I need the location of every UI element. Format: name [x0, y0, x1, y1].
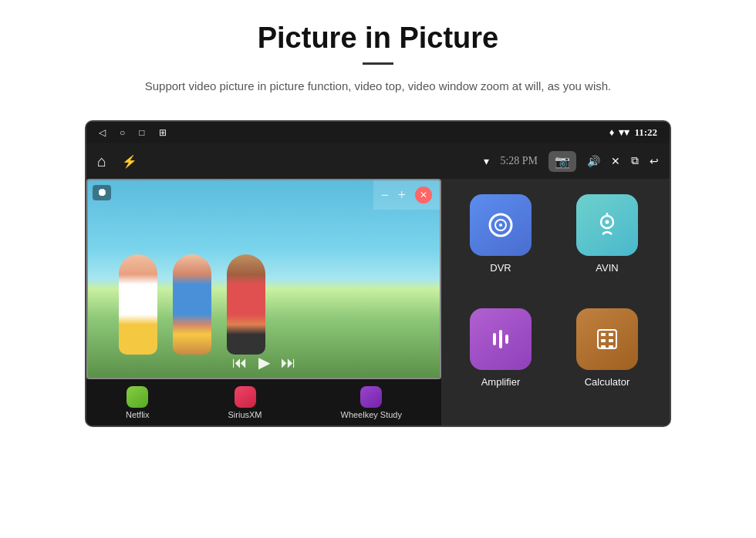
dvr-app-icon [470, 194, 532, 256]
avin-label: AVIN [596, 262, 618, 274]
app-item-calculator[interactable]: Calculator [560, 308, 654, 410]
location-icon: ♦ [609, 126, 615, 139]
person-3 [227, 254, 265, 355]
appbar-time: 5:28 PM [500, 155, 538, 167]
record-indicator: ⏺ [93, 185, 111, 200]
pip-controls: − + ✕ [373, 180, 440, 210]
pip-icon[interactable]: ⧉ [631, 155, 639, 167]
pip-playback-controls: ⏮ ▶ ⏭ [232, 353, 296, 372]
back-button[interactable]: ↩ [650, 155, 659, 168]
pip-next-button[interactable]: ⏭ [281, 354, 296, 372]
svg-rect-15 [609, 345, 613, 348]
siriusxm-icon [235, 386, 256, 408]
page-header: Picture in Picture Support video picture… [0, 0, 756, 106]
app-item-amplifier[interactable]: Amplifier [454, 308, 548, 410]
pip-play-button[interactable]: ▶ [258, 353, 270, 372]
calculator-label: Calculator [585, 376, 630, 388]
camera-button[interactable]: 📷 [548, 151, 576, 172]
usb-icon: ⚡ [122, 154, 137, 169]
calculator-app-icon [576, 308, 638, 370]
page-title: Picture in Picture [46, 22, 710, 55]
app-item-avin[interactable]: AVIN [560, 194, 654, 296]
page-subtitle: Support video picture in picture functio… [108, 77, 648, 96]
svg-rect-11 [609, 333, 613, 336]
wheelkey-label: Wheelkey Study [341, 410, 402, 419]
dvr-label: DVR [490, 262, 511, 274]
wheelkey-icon [360, 386, 382, 408]
pip-plus-button[interactable]: + [398, 187, 406, 203]
volume-icon[interactable]: 🔊 [587, 155, 600, 168]
netflix-icon [127, 386, 148, 408]
svg-rect-9 [598, 330, 616, 348]
app-grid: DVR AVIN [438, 179, 670, 425]
statusbar-left: ◁ ○ □ ⊞ [99, 127, 167, 139]
home-nav-icon[interactable]: ○ [120, 127, 125, 139]
svg-point-5 [606, 220, 609, 224]
app-bar-right: ▾ 5:28 PM 📷 🔊 ✕ ⧉ ↩ [484, 151, 659, 172]
svg-rect-14 [601, 345, 606, 348]
amplifier-label: Amplifier [481, 376, 521, 388]
person-1 [119, 254, 157, 355]
bottom-app-wheelkey[interactable]: Wheelkey Study [341, 386, 402, 419]
app-item-dvr[interactable]: DVR [454, 194, 548, 296]
bottom-apps-strip: Netflix SiriusXM Wheelkey Study [86, 379, 441, 425]
device-frame: ◁ ○ □ ⊞ ♦ ▾▾ 11:22 ⌂ ⚡ ▾ 5:28 PM 📷 🔊 ✕ ⧉… [85, 120, 671, 427]
android-statusbar: ◁ ○ □ ⊞ ♦ ▾▾ 11:22 [86, 122, 670, 143]
bottom-app-netflix[interactable]: Netflix [126, 386, 150, 419]
close-button[interactable]: ✕ [611, 155, 620, 168]
svg-point-2 [499, 224, 502, 227]
person-2 [173, 254, 211, 355]
svg-rect-10 [601, 333, 606, 336]
svg-rect-6 [493, 333, 496, 345]
status-time: 11:22 [634, 126, 657, 139]
avin-app-icon [576, 194, 638, 256]
svg-rect-13 [609, 339, 613, 342]
screenshot-icon: ⊞ [159, 127, 167, 139]
statusbar-right: ♦ ▾▾ 11:22 [609, 126, 657, 139]
netflix-label: Netflix [126, 410, 150, 419]
bottom-app-siriusxm[interactable]: SiriusXM [228, 386, 262, 419]
title-divider [363, 62, 393, 65]
home-icon[interactable]: ⌂ [97, 153, 106, 170]
pip-close-button[interactable]: ✕ [415, 187, 432, 203]
wifi-signal-icon: ▾▾ [619, 126, 629, 139]
app-bar: ⌂ ⚡ ▾ 5:28 PM 📷 🔊 ✕ ⧉ ↩ [86, 143, 670, 179]
pip-prev-button[interactable]: ⏮ [232, 354, 248, 372]
pip-scene [88, 180, 440, 378]
pip-video: ⏺ − + ✕ ⏮ ▶ ⏭ [88, 180, 440, 378]
recents-nav-icon[interactable]: □ [139, 127, 144, 139]
svg-rect-8 [505, 335, 508, 344]
pip-people [119, 254, 265, 355]
wifi-icon: ▾ [484, 155, 489, 168]
device-content: ⏺ − + ✕ ⏮ ▶ ⏭ Netflix [86, 179, 670, 425]
pip-window[interactable]: ⏺ − + ✕ ⏮ ▶ ⏭ [86, 179, 441, 379]
back-nav-icon[interactable]: ◁ [99, 127, 106, 139]
pip-minus-button[interactable]: − [381, 187, 389, 203]
siriusxm-label: SiriusXM [228, 410, 262, 419]
svg-rect-7 [499, 330, 502, 348]
amplifier-app-icon [470, 308, 532, 370]
svg-rect-12 [601, 339, 606, 342]
